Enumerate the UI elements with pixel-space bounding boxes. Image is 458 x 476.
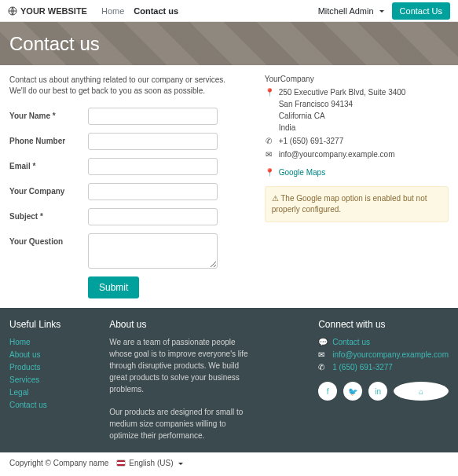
email-line: ✉ info@yourcompany.example.com — [265, 148, 449, 160]
user-menu[interactable]: Mitchell Admin — [318, 6, 384, 16]
phone-icon: ✆ — [318, 361, 326, 374]
field-company: Your Company — [9, 183, 249, 200]
field-name: Your Name * — [9, 108, 249, 125]
footer-bar: Copyright © Company name English (US) — [0, 452, 458, 474]
facebook-icon[interactable]: f — [318, 382, 337, 401]
nav-contact[interactable]: Contact us — [134, 6, 178, 16]
contact-us-button[interactable]: Contact Us — [392, 2, 450, 20]
footer-link-about[interactable]: About us — [9, 350, 40, 359]
linkedin-icon[interactable]: in — [368, 382, 387, 401]
scroll-top-icon[interactable]: ⌂ — [394, 382, 449, 401]
map-warning: ⚠ The Google map option is enabled but n… — [265, 186, 449, 222]
field-email: Email * — [9, 158, 249, 175]
field-subject: Subject * — [9, 208, 249, 225]
social-buttons: f 🐦 in ⌂ — [318, 382, 449, 401]
company-input[interactable] — [88, 183, 218, 200]
submit-button[interactable]: Submit — [88, 276, 139, 298]
address-block: 📍 250 Executive Park Blvd, Suite 3400 Sa… — [265, 86, 449, 134]
warning-icon: ⚠ — [272, 194, 281, 203]
flag-icon — [116, 460, 126, 467]
about-us-col: About us We are a team of passionate peo… — [109, 319, 256, 441]
phone-line: ✆ +1 (650) 691-3277 — [265, 135, 449, 147]
navbar: YOUR WEBSITE Home Contact us Mitchell Ad… — [0, 0, 458, 22]
connect-col: Connect with us 💬Contact us ✉info@yourco… — [318, 319, 449, 441]
intro-text: Contact us about anything related to our… — [9, 75, 249, 97]
google-maps-link[interactable]: Google Maps — [279, 167, 325, 178]
footer-email-link[interactable]: info@yourcompany.example.com — [332, 349, 449, 361]
hero-banner: Contact us — [0, 22, 458, 65]
footer: Useful Links Home About us Products Serv… — [0, 308, 458, 452]
page-title: Contact us — [9, 33, 100, 55]
phone-icon: ✆ — [265, 135, 273, 147]
footer-link-products[interactable]: Products — [9, 363, 40, 372]
language-selector[interactable]: English (US) — [116, 459, 183, 467]
footer-contact-link[interactable]: Contact us — [332, 336, 370, 349]
footer-phone-link[interactable]: 1 (650) 691-3277 — [332, 361, 393, 374]
field-question: Your Question — [9, 233, 249, 269]
envelope-icon: ✉ — [265, 148, 273, 160]
twitter-icon[interactable]: 🐦 — [343, 382, 362, 401]
form-column: Contact us about anything related to our… — [9, 75, 249, 298]
comment-icon: 💬 — [318, 336, 326, 349]
map-marker-icon: 📍 — [265, 167, 273, 178]
field-phone: Phone Number — [9, 133, 249, 150]
brand-text: YOUR WEBSITE — [20, 6, 87, 16]
chevron-down-icon — [176, 459, 183, 467]
main-content: Contact us about anything related to our… — [0, 65, 458, 308]
useful-links-col: Useful Links Home About us Products Serv… — [9, 319, 101, 441]
footer-link-legal[interactable]: Legal — [9, 388, 28, 397]
globe-icon — [8, 6, 17, 16]
footer-link-contact[interactable]: Contact us — [9, 401, 47, 409]
map-marker-icon: 📍 — [265, 86, 273, 134]
footer-link-services[interactable]: Services — [9, 375, 39, 384]
copyright-text: Copyright © Company name — [9, 459, 108, 467]
envelope-icon: ✉ — [318, 349, 326, 361]
nav-home[interactable]: Home — [101, 6, 124, 16]
company-info-column: YourCompany 📍 250 Executive Park Blvd, S… — [265, 75, 449, 298]
footer-link-home[interactable]: Home — [9, 338, 31, 346]
phone-input[interactable] — [88, 133, 218, 150]
name-input[interactable] — [88, 108, 218, 125]
nav-right: Mitchell Admin Contact Us — [318, 2, 450, 20]
nav-links: Home Contact us — [101, 6, 178, 16]
email-input[interactable] — [88, 158, 218, 175]
brand-logo[interactable]: YOUR WEBSITE — [8, 6, 87, 16]
subject-input[interactable] — [88, 208, 218, 225]
company-name: YourCompany — [265, 75, 449, 83]
question-textarea[interactable] — [88, 233, 218, 269]
maps-link-line: 📍 Google Maps — [265, 167, 449, 178]
